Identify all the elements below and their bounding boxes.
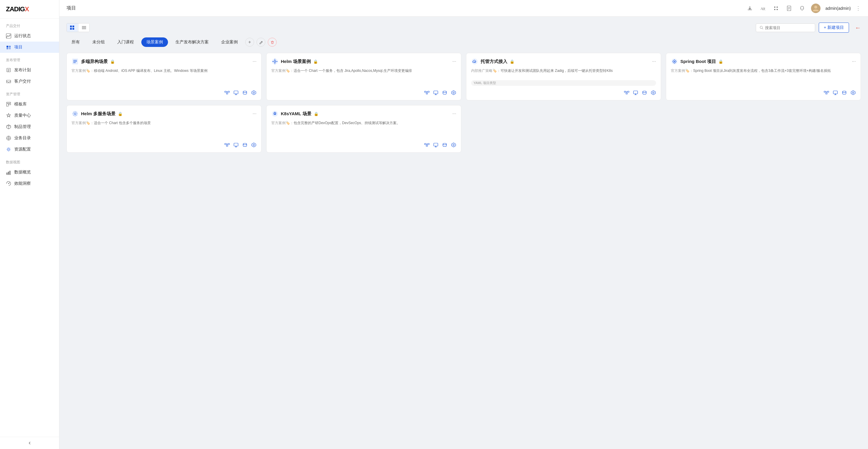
env-icon-1[interactable] xyxy=(433,90,438,95)
sidebar-item-quality[interactable]: 质量中心 xyxy=(0,110,59,121)
project-card-spring-boot: Spring Boot 项目 🔒 ··· 官方案例🏷️：Spring Boot … xyxy=(666,53,861,100)
tab-enterprise[interactable]: 企业案例 xyxy=(216,37,243,47)
sidebar-item-quality-label: 质量中心 xyxy=(14,113,31,118)
card-desc-k8syaml: 官方案例🏷️：包含完整的产研DevOps配置，DevSecOps、持续测试等解决… xyxy=(271,120,456,138)
workflow-icon-2[interactable] xyxy=(624,90,629,95)
env-icon-5[interactable] xyxy=(433,142,438,148)
sidebar-item-customer-delivery-label: 客户交付 xyxy=(14,79,31,84)
workflow-icon-0[interactable] xyxy=(224,90,230,95)
k8s-icon xyxy=(271,110,278,117)
workflow-icon-5[interactable] xyxy=(424,142,430,148)
card-more-3[interactable]: ··· xyxy=(852,59,856,64)
svg-rect-103 xyxy=(827,91,829,92)
svg-rect-102 xyxy=(824,91,826,92)
service-icon-0[interactable] xyxy=(242,90,248,95)
workflow-icon-4[interactable] xyxy=(224,142,230,148)
svg-rect-135 xyxy=(434,143,438,146)
template-icon xyxy=(6,101,11,107)
card-more-4[interactable]: ··· xyxy=(253,111,256,116)
tab-delete-button[interactable] xyxy=(268,38,277,47)
apps-icon[interactable] xyxy=(772,4,780,12)
svg-rect-116 xyxy=(225,144,226,145)
build-icon-0[interactable] xyxy=(251,90,256,95)
product-icon xyxy=(6,124,11,129)
svg-rect-10 xyxy=(6,102,11,103)
sidebar: ZADIGX 产品交付 运行状态 项目 发布管理 xyxy=(0,0,59,449)
section-label-release: 发布管理 xyxy=(0,53,59,64)
workflow-icon-1[interactable] xyxy=(424,90,430,95)
sidebar-item-customer-delivery[interactable]: 客户交付 xyxy=(0,76,59,87)
sidebar-item-release-plan-label: 发布计划 xyxy=(14,67,31,73)
username-label: admin(admin) xyxy=(825,6,851,11)
env-icon-3[interactable] xyxy=(833,90,838,95)
card-title-helm-multi: Helm 多服务场景 xyxy=(81,111,116,117)
svg-rect-11 xyxy=(6,103,8,106)
tab-release[interactable]: 生产发布解决方案 xyxy=(170,37,214,47)
list-view-button[interactable] xyxy=(79,24,89,32)
svg-point-30 xyxy=(777,9,778,10)
svg-point-44 xyxy=(760,26,762,29)
env-icon-0[interactable] xyxy=(233,90,239,95)
header-more-icon[interactable]: ⋮ xyxy=(856,5,861,11)
docs-icon[interactable] xyxy=(785,4,793,12)
tab-edit-button[interactable] xyxy=(256,38,266,47)
card-more-5[interactable]: ··· xyxy=(453,111,456,116)
build-icon-5[interactable] xyxy=(451,142,456,148)
tab-scene[interactable]: 场景案例 xyxy=(141,37,168,47)
sidebar-item-status[interactable]: 运行状态 xyxy=(0,30,59,41)
cloud-icon xyxy=(471,58,478,65)
svg-point-81 xyxy=(453,92,455,94)
project-icon xyxy=(6,44,11,50)
card-more-1[interactable]: ··· xyxy=(453,59,456,64)
card-desc-helm-multi: 官方案例🏷️：适合一个 Chart 包含多个服务的场景 xyxy=(71,120,256,138)
build-icon-3[interactable] xyxy=(850,90,856,95)
search-icon xyxy=(760,26,764,30)
translate-icon[interactable]: A 文 xyxy=(759,4,767,12)
sidebar-item-template-label: 模板库 xyxy=(14,101,27,107)
service-icon-3[interactable] xyxy=(842,90,847,95)
svg-rect-0 xyxy=(6,34,11,38)
grid-view-button[interactable] xyxy=(67,24,78,32)
tab-intro[interactable]: 入门课程 xyxy=(112,37,139,47)
search-input[interactable] xyxy=(765,26,811,30)
bell-icon[interactable] xyxy=(798,4,806,12)
delivery-icon xyxy=(6,79,11,84)
service-icon-5[interactable] xyxy=(442,142,447,148)
helm-icon xyxy=(271,58,278,65)
build-icon-1[interactable] xyxy=(451,90,456,95)
sidebar-item-resource-config[interactable]: 资源配置 xyxy=(0,144,59,155)
svg-point-139 xyxy=(443,144,446,145)
svg-rect-40 xyxy=(72,28,74,30)
new-project-button[interactable]: + 新建项目 xyxy=(819,23,849,33)
sidebar-item-release-plan[interactable]: 发布计划 xyxy=(0,64,59,76)
tab-ungrouped[interactable]: 未分组 xyxy=(87,37,110,47)
tab-add-button[interactable]: + xyxy=(245,38,254,47)
sidebar-item-efficiency[interactable]: 效能洞察 xyxy=(0,178,59,189)
tab-all[interactable]: 所有 xyxy=(66,37,85,47)
download-icon[interactable] xyxy=(746,4,754,12)
build-icon-2[interactable] xyxy=(651,90,656,95)
sidebar-item-product[interactable]: 制品管理 xyxy=(0,121,59,132)
chart-icon xyxy=(6,33,11,39)
svg-point-36 xyxy=(814,6,817,9)
search-box[interactable] xyxy=(756,24,815,32)
sidebar-collapse-button[interactable] xyxy=(0,437,59,449)
svg-rect-19 xyxy=(6,173,7,174)
tabs-bar: 所有 未分组 入门课程 场景案例 生产发布解决方案 企业案例 + xyxy=(66,37,861,47)
sidebar-item-projects[interactable]: 项目 xyxy=(0,41,59,53)
service-icon-2[interactable] xyxy=(642,90,647,95)
sidebar-item-template[interactable]: 模板库 xyxy=(0,98,59,110)
workflow-icon-3[interactable] xyxy=(824,90,829,95)
card-more-2[interactable]: ··· xyxy=(652,59,656,64)
sidebar-item-data-overview[interactable]: 数据概览 xyxy=(0,167,59,178)
sidebar-item-catalog[interactable]: 业务目录 xyxy=(0,132,59,144)
service-icon-4[interactable] xyxy=(242,142,248,148)
card-more-0[interactable]: ··· xyxy=(253,59,256,64)
header: 项目 A 文 xyxy=(59,0,868,17)
svg-point-29 xyxy=(774,9,775,10)
arrow-indicator: ← xyxy=(855,24,861,31)
env-icon-2[interactable] xyxy=(633,90,638,95)
service-icon-1[interactable] xyxy=(442,90,447,95)
build-icon-4[interactable] xyxy=(251,142,256,148)
env-icon-4[interactable] xyxy=(233,142,239,148)
